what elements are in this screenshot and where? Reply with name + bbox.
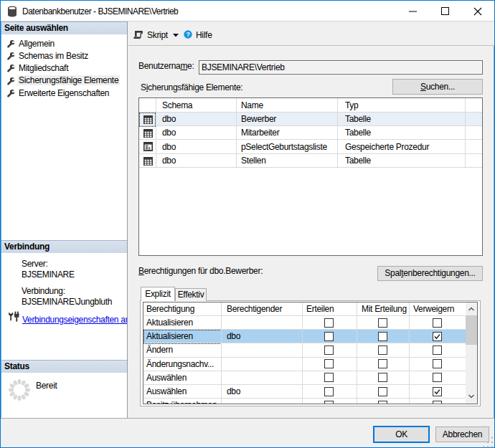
svg-text:?: ? [186,30,190,38]
